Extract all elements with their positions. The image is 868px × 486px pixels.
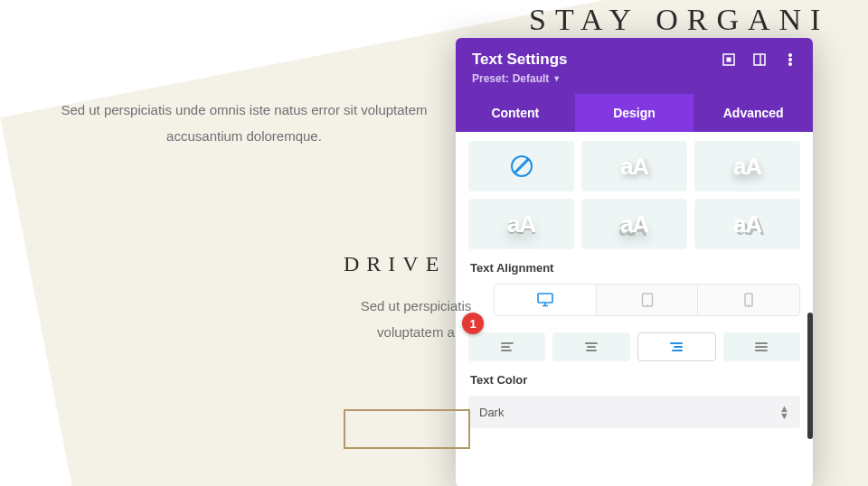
- device-phone[interactable]: [698, 285, 799, 315]
- svg-rect-2: [754, 54, 765, 65]
- align-justify[interactable]: [723, 332, 800, 361]
- panel-tabs: Content Design Advanced: [456, 94, 813, 132]
- label-text-color: Text Color: [470, 373, 800, 387]
- text-style-shadow-5[interactable]: aA: [694, 199, 800, 249]
- align-center[interactable]: [552, 332, 629, 361]
- cta-button-outline[interactable]: [344, 409, 470, 449]
- label-text-alignment: Text Alignment: [470, 261, 800, 275]
- text-style-shadow-2[interactable]: aA: [694, 141, 800, 192]
- tab-content[interactable]: Content: [456, 94, 575, 132]
- text-style-none[interactable]: [468, 141, 574, 192]
- more-icon[interactable]: [784, 53, 797, 66]
- dock-icon[interactable]: [753, 53, 766, 66]
- text-style-shadow-4[interactable]: aA: [581, 199, 687, 249]
- svg-point-11: [646, 304, 648, 305]
- text-style-shadow-1[interactable]: aA: [581, 141, 687, 192]
- svg-rect-1: [727, 58, 731, 61]
- text-style-shadow-3[interactable]: aA: [468, 199, 574, 249]
- page-paragraph-2: Sed ut perspiciatis voluptatem a: [280, 293, 552, 346]
- text-color-select[interactable]: Dark ▲▼: [468, 396, 800, 428]
- page-heading-stay-organized: STAY ORGANI: [529, 3, 829, 37]
- panel-header[interactable]: Text Settings Preset: Default ▼: [456, 38, 813, 94]
- page-heading-drive: DRIVE: [344, 252, 446, 276]
- page-paragraph-2-line2: voluptatem a: [377, 324, 455, 340]
- align-right[interactable]: [637, 332, 716, 361]
- svg-point-4: [788, 53, 791, 56]
- text-color-value: Dark: [479, 406, 504, 419]
- expand-icon[interactable]: [722, 53, 735, 66]
- text-settings-panel: Text Settings Preset: Default ▼ Content …: [456, 38, 813, 486]
- tab-advanced[interactable]: Advanced: [693, 94, 813, 132]
- tab-design[interactable]: Design: [575, 94, 694, 132]
- annotation-marker-1: 1: [462, 313, 484, 334]
- preset-label: Preset:: [472, 72, 509, 85]
- page-paragraph-1: Sed ut perspiciatis unde omnis iste natu…: [50, 98, 439, 149]
- device-tablet[interactable]: [597, 285, 699, 315]
- preset-selector[interactable]: Preset: Default ▼: [472, 72, 567, 85]
- preset-value: Default: [513, 72, 550, 85]
- panel-title: Text Settings: [472, 51, 567, 69]
- panel-scrollbar[interactable]: [807, 313, 813, 439]
- svg-point-6: [788, 62, 791, 65]
- select-chevron-icon: ▲▼: [779, 405, 789, 419]
- svg-point-13: [748, 304, 750, 305]
- page-paragraph-2-line1: Sed ut perspiciatis: [361, 298, 472, 313]
- svg-point-5: [788, 58, 791, 61]
- chevron-down-icon: ▼: [552, 74, 561, 83]
